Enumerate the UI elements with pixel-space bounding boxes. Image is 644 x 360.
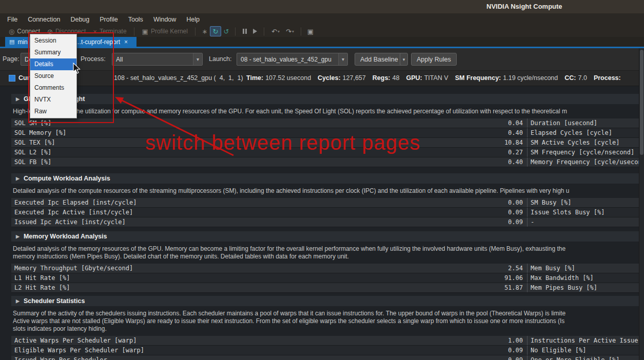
menu-item-file[interactable]: File <box>2 13 23 26</box>
metric-name: SOL Memory [%] <box>14 128 66 137</box>
metric-label: Time: <box>246 74 263 82</box>
section-header[interactable]: ▶ Scheduler Statistics <box>11 296 639 306</box>
profile-kernel-icon: ▣ <box>142 28 148 35</box>
menu-item-raw[interactable]: Raw <box>30 106 76 117</box>
section-title: Memory Workload Analysis <box>24 233 107 240</box>
table-row: SOL SM [%]0.04Duration [usecond] <box>11 118 639 128</box>
menu-item-nvtx[interactable]: NVTX <box>30 94 76 106</box>
play-icon <box>253 29 257 34</box>
metric-name-2: - <box>528 217 639 227</box>
collapse-arrow-icon: ▶ <box>11 234 24 239</box>
metrics-table: Memory Throughput [Gbyte/second]2.54Mem … <box>11 264 639 293</box>
table-left-pane: L1 Hit Rate [%]91.06 <box>11 273 528 283</box>
metric-value: 0.40 <box>508 157 523 167</box>
table-left-pane: L2 Hit Rate [%]51.87 <box>11 283 528 292</box>
undo-button[interactable]: ↶ ▾ <box>268 27 283 36</box>
menu-item-profile[interactable]: Profile <box>94 13 123 26</box>
metric-name: L1 Hit Rate [%] <box>14 273 70 283</box>
tab-report-2[interactable]: ...t-cuprof-report × <box>72 37 136 47</box>
metric-name: Issued Ipc Active [inst/cycle] <box>14 217 126 227</box>
launch-select-value: 08 - set_halo_values_z_452_gpu <box>241 56 331 63</box>
metric-value: 91.06 <box>504 273 523 283</box>
metric-name: Issued Warp Per Scheduler <box>14 355 107 360</box>
copy-icon: ▣ <box>307 28 314 35</box>
add-baseline-button[interactable]: Add Baseline <box>355 53 404 66</box>
table-row: L2 Hit Rate [%]51.87Mem Pipes Busy [%] <box>11 283 639 293</box>
launch-select[interactable]: 08 - set_halo_values_z_452_gpu ▾ <box>237 53 348 66</box>
metric-name: SOL FB [%] <box>14 157 51 167</box>
section-header[interactable]: ▶ Compute Workload Analysis <box>11 173 639 184</box>
menu-item-comments[interactable]: Comments <box>30 82 76 94</box>
menu-item-tools[interactable]: Tools <box>123 13 148 26</box>
table-row: Issued Ipc Active [inst/cycle]0.09- <box>11 217 639 227</box>
step-button[interactable] <box>250 27 260 36</box>
add-baseline-label: Add Baseline <box>360 56 398 63</box>
metric-name-2: Elapsed Cycles [cycle] <box>528 128 639 137</box>
pause-button[interactable] <box>240 27 250 36</box>
apply-rules-button[interactable]: Apply Rules <box>411 53 457 66</box>
scrollbar-thumb[interactable] <box>640 50 643 155</box>
metric-name-2: Memory Frequency [cycle/usecond <box>528 157 639 167</box>
table-left-pane: Memory Throughput [Gbyte/second]2.54 <box>11 264 528 273</box>
pause-icon <box>243 29 247 34</box>
profile-kernel-button[interactable]: ▣ Profile Kernel <box>139 26 191 36</box>
process-select[interactable]: All ▾ <box>112 53 203 66</box>
collapse-arrow-icon: ▶ <box>11 176 24 181</box>
metric-value: 0.09 <box>508 208 523 217</box>
terminate-button[interactable]: × Terminate <box>89 26 130 36</box>
auto-refresh-button[interactable]: ↻ <box>210 26 221 36</box>
metric-value: 48 <box>393 74 400 82</box>
section-header[interactable]: ▶ Memory Workload Analysis <box>11 231 639 242</box>
apply-rules-label: Apply Rules <box>417 56 451 63</box>
metric-value: 0.09 <box>508 346 523 355</box>
menu-item-session[interactable]: Session <box>30 35 76 47</box>
menu-item-source[interactable]: Source <box>30 70 76 82</box>
metric-value: 7.0 <box>578 74 587 82</box>
vertical-scrollbar[interactable] <box>639 48 644 360</box>
metric-label: Cycles: <box>318 74 340 82</box>
table-row: SOL L2 [%]0.27SM Frequency [cycle/nsecon… <box>11 148 639 157</box>
menu-item-details[interactable]: Details <box>30 58 76 70</box>
menu-item-connection[interactable]: Connection <box>23 13 65 26</box>
copy-button[interactable]: ▣ <box>305 27 316 36</box>
window-title: NVIDIA Nsight Compute <box>486 3 562 10</box>
metric-value: 0.09 <box>508 217 523 227</box>
description-line: Detailed analysis of the memory resource… <box>13 245 639 253</box>
close-icon[interactable]: × <box>124 38 128 46</box>
section-header[interactable]: ▶ GPU Speed Of Light <box>11 94 639 104</box>
add-baseline-dropdown-button[interactable]: ▾ <box>400 53 408 66</box>
launch-label: Launch: <box>209 55 231 63</box>
metric-name: SOL SM [%] <box>14 118 51 128</box>
metric-name: Active Warps Per Scheduler [warp] <box>14 336 136 345</box>
menu-item-window[interactable]: Window <box>148 13 181 26</box>
toolbar-separator <box>195 28 196 35</box>
section-description: High-level overview of the utilization f… <box>13 108 639 115</box>
reload-report-button[interactable]: ↺ <box>221 27 231 36</box>
kernel-metrics: Time:107.52 usecond Cycles:127,657 Regs:… <box>246 74 623 82</box>
metric-value: 107.52 usecond <box>265 74 311 82</box>
table-row: SOL Memory [%]0.40Elapsed Cycles [cycle] <box>11 128 639 138</box>
metric-name-2: One or More Eligible [%] <box>528 355 639 360</box>
kernel-name: 108 - set_halo_values_z_452_gpu ( 4, 1, … <box>114 74 243 82</box>
metric-set-button[interactable]: ∗ <box>200 27 210 36</box>
menu-bar: File Connection Debug Profile Tools Wind… <box>0 13 644 26</box>
page-dropdown-menu: Session Summary Details Source Comments … <box>30 34 77 118</box>
metric-name-2: Mem Pipes Busy [%] <box>528 283 639 292</box>
chevron-down-icon: ▾ <box>193 53 202 65</box>
tab-strip: ▤ min ...t-cuprof-report × <box>0 37 644 48</box>
collapse-arrow-icon: ▶ <box>11 96 24 102</box>
metrics-table: SOL SM [%]0.04Duration [usecond] SOL Mem… <box>11 118 639 167</box>
menu-item-summary[interactable]: Summary <box>30 47 76 58</box>
metric-name-2: SM Active Cycles [cycle] <box>528 138 639 147</box>
terminate-icon: × <box>93 28 97 35</box>
redo-button[interactable]: ↷ ▾ <box>283 27 297 36</box>
menu-item-debug[interactable]: Debug <box>65 13 94 26</box>
chevron-down-icon: ▾ <box>403 57 405 62</box>
current-checkbox[interactable] <box>9 75 15 82</box>
redo-icon: ↷ <box>286 28 291 35</box>
menu-item-help[interactable]: Help <box>181 13 205 26</box>
metric-name: SOL TEX [%] <box>14 138 55 147</box>
description-line: Detailed analysis of the compute resourc… <box>13 187 639 195</box>
metric-name: SOL L2 [%] <box>14 148 51 157</box>
metric-value: 10.84 <box>504 138 523 147</box>
